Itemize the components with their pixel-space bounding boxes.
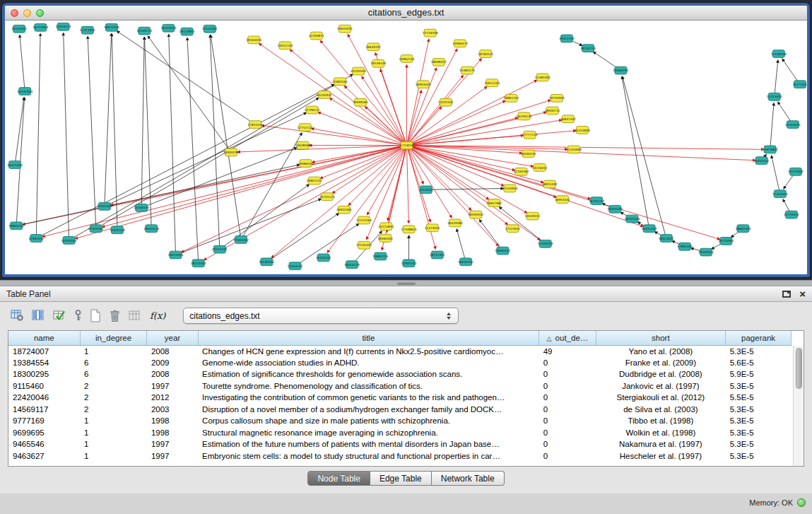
graph-edge[interactable] <box>145 37 152 229</box>
delete-table-button[interactable] <box>107 308 122 324</box>
import-table-button[interactable] <box>127 308 143 323</box>
graph-edge[interactable] <box>20 35 25 91</box>
graph-edge[interactable] <box>105 112 307 206</box>
graph-node[interactable]: 11544909 <box>566 146 582 153</box>
graph-edge[interactable] <box>407 146 452 218</box>
graph-node[interactable]: 18300295 <box>223 148 239 156</box>
graph-node[interactable]: 22260811 <box>309 32 324 40</box>
graph-edge[interactable] <box>407 146 508 225</box>
graph-node[interactable]: 19860204 <box>8 222 24 230</box>
zoom-window-button[interactable] <box>36 9 44 17</box>
window-titlebar[interactable]: citations_edges.txt <box>5 6 807 21</box>
graph-node[interactable]: 16962544 <box>399 55 415 63</box>
graph-edge[interactable] <box>318 112 406 146</box>
graph-node[interactable]: 12213404 <box>767 93 782 101</box>
graph-edge[interactable] <box>312 129 407 146</box>
table-row[interactable]: 977716911998Corpus callosum shape and si… <box>8 415 792 427</box>
graph-node[interactable]: 20155031 <box>212 245 228 253</box>
graph-edge[interactable] <box>141 37 144 208</box>
graph-node[interactable]: 18955492 <box>542 180 558 188</box>
graph-node[interactable]: 19468794 <box>613 66 628 74</box>
graph-node[interactable]: 16649197 <box>365 43 381 51</box>
graph-node[interactable]: 17777143 <box>522 131 538 139</box>
column-header-in-degree[interactable]: in_degree <box>80 331 147 345</box>
graph-edge[interactable] <box>426 189 504 190</box>
graph-edge[interactable] <box>148 36 231 152</box>
close-panel-icon[interactable]: × <box>799 288 806 299</box>
graph-node[interactable]: 12752121 <box>298 124 313 132</box>
graph-edge[interactable] <box>623 76 666 238</box>
graph-node[interactable]: 15485274 <box>459 66 475 74</box>
graph-node[interactable]: 1724016 <box>400 141 414 149</box>
graph-edge[interactable] <box>112 34 117 230</box>
graph-edge[interactable] <box>407 120 562 146</box>
graph-edge[interactable] <box>69 74 353 240</box>
show-columns-button[interactable] <box>30 308 47 323</box>
graph-node[interactable]: 19245012 <box>698 248 714 256</box>
graph-node[interactable]: 12905410 <box>401 259 417 267</box>
graph-edge[interactable] <box>622 76 649 228</box>
graph-edge[interactable] <box>259 44 407 146</box>
graph-node[interactable]: 17855451 <box>247 121 263 129</box>
graph-edge[interactable] <box>175 199 321 255</box>
table-row[interactable]: 1938455462009Genome-wide association stu… <box>8 357 792 369</box>
graph-node[interactable]: 16724903 <box>33 23 48 31</box>
graph-node[interactable]: 18930712 <box>545 107 560 115</box>
graph-node[interactable]: 19124805 <box>180 28 195 35</box>
graph-node[interactable]: 13201501 <box>438 98 454 106</box>
table-scrollbar-thumb[interactable] <box>796 348 802 389</box>
float-panel-icon[interactable] <box>782 291 791 298</box>
graph-edge[interactable] <box>75 146 406 239</box>
table-row[interactable]: 1456911722003Disruption of a novel membe… <box>8 404 792 416</box>
table-row[interactable]: 1872400712008Changes of HCN gene express… <box>8 345 792 357</box>
graph-edge[interactable] <box>241 133 302 240</box>
table-row[interactable]: 946362711997Embryonic stem cells: a mode… <box>8 450 792 462</box>
graph-edge[interactable] <box>457 229 466 262</box>
graph-node[interactable]: 18115404 <box>191 259 206 267</box>
graph-node[interactable]: 12485403 <box>535 74 551 81</box>
graph-node[interactable]: 12044213 <box>56 23 71 30</box>
graph-node[interactable]: 15973804 <box>763 146 778 153</box>
table-row[interactable]: 1830029562008Estimation of significance … <box>8 368 792 380</box>
graph-node[interactable]: 16837407 <box>560 115 576 123</box>
graph-node[interactable]: 17310504 <box>772 190 788 198</box>
graph-node[interactable]: 18741302 <box>430 251 445 259</box>
graph-node[interactable]: 16046244 <box>521 150 536 158</box>
column-header-out-de[interactable]: △ out_de… <box>539 331 596 345</box>
graph-node[interactable]: 18164034 <box>246 36 261 44</box>
graph-node[interactable]: 12160362 <box>514 168 529 175</box>
graph-node[interactable]: 16595054 <box>61 237 77 245</box>
graph-node[interactable]: 20099361 <box>353 98 368 106</box>
graph-node[interactable]: 15124850 <box>378 223 394 230</box>
graph-node[interactable]: 20807224 <box>307 177 322 185</box>
graph-node[interactable]: 12770554 <box>784 211 799 218</box>
graph-node[interactable]: 25206105 <box>134 204 149 211</box>
graph-edge[interactable] <box>187 38 199 264</box>
new-table-button[interactable] <box>88 308 102 324</box>
graph-node[interactable]: 16791204 <box>589 197 604 205</box>
graph-node[interactable]: 17252564 <box>356 216 372 224</box>
graph-edge[interactable] <box>36 84 334 238</box>
graph-node[interactable]: 16720394 <box>718 238 734 245</box>
graph-node[interactable]: 22684561 <box>332 78 348 86</box>
graph-node[interactable]: 18698321 <box>431 58 447 66</box>
graph-node[interactable]: 17654411 <box>288 262 303 270</box>
graph-node[interactable]: 17892404 <box>677 243 693 250</box>
graph-node[interactable]: 15756308 <box>423 29 438 37</box>
graph-edge[interactable] <box>365 107 407 146</box>
graph-node[interactable]: 15154809 <box>575 127 590 134</box>
table-scrollbar[interactable] <box>793 346 804 466</box>
graph-node[interactable]: 11313402 <box>80 26 95 34</box>
graph-node[interactable]: 12224052 <box>425 224 440 232</box>
graph-edge[interactable] <box>15 98 24 165</box>
graph-node[interactable]: 14530714 <box>136 27 152 35</box>
graph-edge[interactable] <box>499 207 545 244</box>
graph-edge[interactable] <box>64 33 69 240</box>
graph-node[interactable]: 14553045 <box>785 121 801 129</box>
graph-node[interactable]: 15120331 <box>202 25 218 33</box>
graph-node[interactable]: 19505150 <box>143 225 159 233</box>
tab-network-table[interactable]: Network Table <box>432 471 505 486</box>
graph-edge[interactable] <box>320 40 406 145</box>
tab-node-table[interactable]: Node Table <box>307 471 370 486</box>
graph-node[interactable]: 10549311 <box>525 212 541 220</box>
